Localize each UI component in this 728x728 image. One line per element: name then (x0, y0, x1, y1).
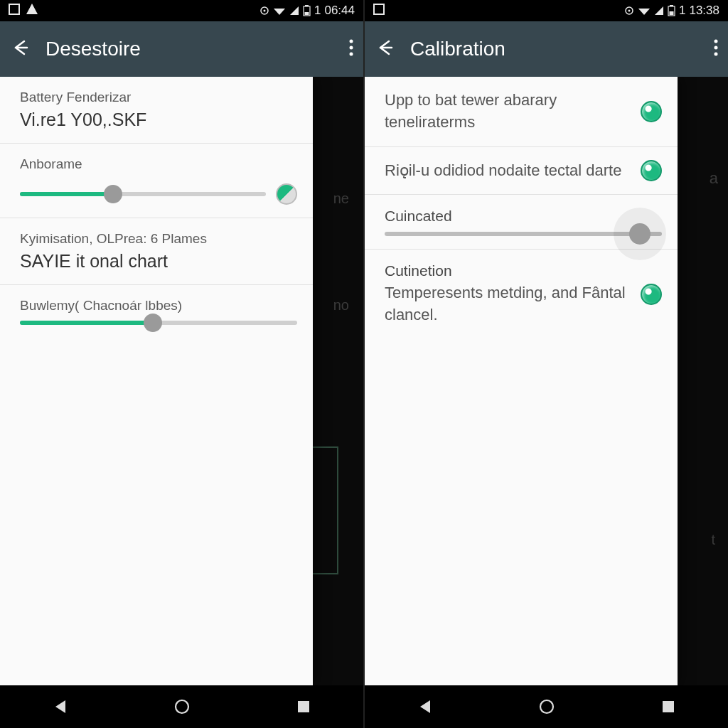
nav-back-icon[interactable] (417, 699, 433, 714)
nav-home-icon[interactable] (173, 698, 191, 715)
battery-icon (668, 5, 675, 16)
square-icon (9, 4, 20, 18)
status-battery-num: 1 (314, 4, 321, 18)
status-time: 13:38 (689, 4, 719, 18)
battery-icon (303, 5, 311, 16)
toggle-rioil[interactable] (641, 160, 662, 181)
settings-panel: Upp to bat tewer abarary teneliraterms R… (365, 77, 678, 685)
slider-row-buwlemy: Buwlemy( Chacnoár lbbes) (0, 285, 313, 338)
svg-point-9 (350, 40, 353, 43)
svg-point-24 (714, 46, 718, 50)
svg-point-3 (263, 10, 265, 12)
wifi-icon (273, 6, 286, 16)
status-bar: 1 06:44 (0, 0, 363, 21)
nav-bar (0, 685, 363, 728)
back-icon[interactable] (375, 38, 393, 60)
row-value: Vi.re1 Y00,.SKF (20, 109, 297, 130)
settings-panel: Battery Fenderizar Vi.re1 Y00,.SKF Anbor… (0, 77, 313, 685)
slider-row-anborame: Anborame (0, 144, 313, 218)
app-bar: Desestoire (0, 21, 363, 77)
app-bar: Calibration (365, 21, 728, 77)
row-label: Battery Fenderizar (20, 90, 297, 105)
bg-hint: a (710, 169, 718, 188)
row-label: Buwlemy( Chacnoár lbbes) (20, 298, 297, 314)
slider-buwlemy[interactable] (20, 321, 297, 325)
phone-right: 1 13:38 Calibration a t Upp to bat tewer… (364, 0, 728, 728)
row-label: Cuincated (385, 208, 662, 225)
location-icon (624, 6, 634, 16)
info-row-battery[interactable]: Battery Fenderizar Vi.re1 Y00,.SKF (0, 77, 313, 144)
svg-rect-28 (663, 701, 674, 712)
row-label: Anborame (20, 156, 297, 172)
slider-cuincated[interactable] (385, 232, 662, 236)
nav-bar (365, 685, 728, 728)
status-time: 06:44 (324, 4, 355, 18)
content-area: ne no 06 Battery Fenderizar Vi.re1 Y00,.… (0, 77, 363, 685)
svg-point-13 (176, 700, 188, 713)
info-row-kyimisation[interactable]: Kyimisation, OLPrea: 6 Plames SAYIE it o… (0, 218, 313, 285)
toggle-anborame[interactable] (276, 183, 297, 205)
svg-marker-5 (290, 6, 299, 15)
svg-marker-12 (55, 700, 65, 713)
page-title: Calibration (410, 38, 697, 60)
content-area: a t Upp to bat tewer abarary tenelirater… (365, 77, 728, 685)
svg-marker-26 (420, 700, 430, 713)
svg-rect-8 (304, 12, 309, 15)
svg-rect-14 (298, 701, 309, 712)
nav-recents-icon[interactable] (661, 700, 675, 714)
svg-point-23 (714, 40, 718, 43)
svg-point-10 (350, 46, 353, 50)
nav-back-icon[interactable] (53, 699, 68, 714)
signal-icon (289, 6, 299, 16)
bg-hint: no (333, 297, 349, 314)
svg-marker-19 (655, 6, 663, 15)
svg-point-11 (350, 53, 353, 56)
svg-rect-0 (9, 4, 19, 14)
nav-recents-icon[interactable] (296, 700, 311, 714)
row-body: Temperesents metding, and Fântal clancel… (385, 282, 628, 326)
svg-marker-4 (274, 9, 285, 15)
row-value: SAYIE it onal chart (20, 251, 297, 272)
svg-point-17 (628, 10, 630, 12)
row-text: Upp to bat tewer abarary teneliraterms (385, 90, 628, 134)
status-bar: 1 13:38 (365, 0, 728, 21)
location-icon (259, 6, 269, 16)
bg-hint: t (711, 532, 715, 548)
overflow-icon[interactable] (714, 39, 718, 59)
slider-row-cuincated: Cuincated (365, 195, 678, 250)
toggle-row-cutinetion[interactable]: Cutinetion Temperesents metding, and Fân… (365, 250, 678, 339)
overflow-icon[interactable] (349, 39, 353, 59)
warning-icon (26, 3, 38, 19)
toggle-upp[interactable] (641, 101, 662, 122)
svg-marker-18 (638, 9, 650, 15)
svg-marker-1 (26, 4, 38, 14)
status-battery-num: 1 (679, 4, 685, 18)
row-text: Riǫil-u odidiod nodaite tectal darte (385, 160, 628, 182)
bg-hint: ne (333, 191, 349, 207)
back-icon[interactable] (10, 38, 28, 60)
wifi-icon (638, 6, 651, 16)
nav-home-icon[interactable] (538, 698, 555, 715)
row-title: Cutinetion (385, 262, 628, 279)
slider-anborame[interactable] (20, 192, 266, 196)
toggle-row-rioil[interactable]: Riǫil-u odidiod nodaite tectal darte (365, 147, 678, 196)
row-label: Kyimisation, OLPrea: 6 Plames (20, 231, 297, 247)
svg-point-25 (714, 53, 718, 56)
svg-point-27 (540, 700, 553, 713)
svg-rect-22 (669, 11, 673, 15)
phone-left: 1 06:44 Desestoire ne no 06 Battery Fend… (0, 0, 364, 728)
page-title: Desestoire (46, 38, 332, 60)
square-icon (373, 4, 385, 18)
toggle-row-upp[interactable]: Upp to bat tewer abarary teneliraterms (365, 77, 678, 147)
toggle-cutinetion[interactable] (641, 284, 662, 305)
svg-rect-15 (374, 4, 384, 14)
signal-icon (654, 6, 664, 16)
